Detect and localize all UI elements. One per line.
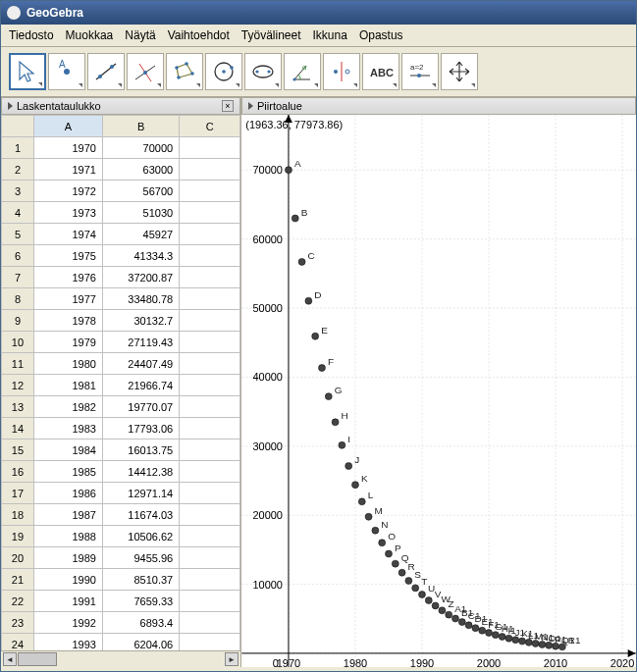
data-point[interactable]	[325, 393, 332, 400]
table-row[interactable]: 19 1988 10506.62	[2, 526, 240, 547]
data-point[interactable]	[405, 577, 412, 584]
table-row[interactable]: 15 1984 16013.75	[2, 439, 240, 461]
cell-B[interactable]: 30132.7	[102, 310, 179, 332]
cell-A[interactable]: 1985	[33, 461, 102, 483]
table-row[interactable]: 18 1987 11674.03	[2, 504, 240, 526]
cell-A[interactable]: 1975	[33, 245, 102, 267]
data-point[interactable]	[339, 441, 345, 448]
cell-A[interactable]: 1989	[33, 547, 102, 569]
row-header[interactable]: 23	[2, 612, 34, 634]
cell-B[interactable]: 7659.33	[102, 591, 179, 612]
cell-A[interactable]: 1971	[33, 159, 102, 181]
row-header[interactable]: 12	[2, 375, 34, 396]
cell-A[interactable]: 1979	[33, 332, 102, 353]
cell-B[interactable]: 9455.96	[102, 547, 179, 569]
table-row[interactable]: 9 1978 30132.7	[2, 310, 240, 332]
cell-A[interactable]: 1982	[33, 396, 102, 418]
data-point[interactable]	[512, 637, 519, 644]
data-point[interactable]	[446, 611, 452, 618]
table-row[interactable]: 10 1979 27119.43	[2, 332, 240, 353]
table-row[interactable]: 11 1980 24407.49	[2, 353, 240, 375]
data-point[interactable]	[305, 297, 312, 304]
table-row[interactable]: 13 1982 19770.07	[2, 396, 240, 418]
menu-window[interactable]: Ikkuna	[313, 28, 347, 42]
row-header[interactable]: 13	[2, 396, 34, 418]
tool-line[interactable]	[87, 53, 125, 90]
table-row[interactable]: 5 1974 45927	[2, 224, 240, 245]
cell-C[interactable]	[180, 310, 240, 332]
cell-B[interactable]: 70000	[102, 137, 179, 159]
table-row[interactable]: 2 1971 63000	[2, 159, 240, 181]
plot-area[interactable]: (1963.36, 77973.86)197019801990200020102…	[241, 115, 636, 667]
scroll-right-icon[interactable]: ►	[225, 652, 239, 666]
cell-C[interactable]	[180, 526, 240, 547]
data-point[interactable]	[479, 627, 486, 634]
data-point[interactable]	[499, 634, 505, 641]
data-point[interactable]	[452, 615, 459, 622]
data-point[interactable]	[458, 619, 465, 626]
table-row[interactable]: 1 1970 70000	[2, 137, 240, 159]
data-point[interactable]	[372, 527, 379, 534]
row-header[interactable]: 8	[2, 288, 34, 310]
data-point[interactable]	[505, 635, 512, 642]
cell-C[interactable]	[180, 461, 240, 483]
table-row[interactable]: 4 1973 51030	[2, 202, 240, 224]
cell-A[interactable]: 1993	[33, 634, 102, 651]
cell-A[interactable]: 1991	[33, 591, 102, 612]
data-point[interactable]	[412, 585, 419, 592]
cell-B[interactable]: 12971.14	[102, 483, 179, 504]
col-B[interactable]: B	[102, 116, 179, 137]
col-C[interactable]: C	[180, 116, 240, 137]
data-point[interactable]	[298, 258, 305, 265]
row-header[interactable]: 18	[2, 504, 34, 526]
cell-C[interactable]	[180, 181, 240, 202]
table-row[interactable]: 12 1981 21966.74	[2, 375, 240, 396]
data-point[interactable]	[345, 463, 352, 470]
row-header[interactable]: 4	[2, 202, 34, 224]
row-header[interactable]: 22	[2, 591, 34, 612]
cell-A[interactable]: 1981	[33, 375, 102, 396]
corner-cell[interactable]	[2, 116, 34, 137]
row-header[interactable]: 11	[2, 353, 34, 375]
row-header[interactable]: 14	[2, 418, 34, 439]
data-point[interactable]	[365, 513, 372, 520]
scroll-thumb[interactable]	[18, 652, 57, 666]
cell-C[interactable]	[180, 159, 240, 181]
data-point[interactable]	[532, 640, 539, 646]
cell-B[interactable]: 41334.3	[102, 245, 179, 267]
cell-A[interactable]: 1978	[33, 310, 102, 332]
row-header[interactable]: 6	[2, 245, 34, 267]
cell-A[interactable]: 1970	[33, 137, 102, 159]
spreadsheet-header[interactable]: Laskentataulukko ×	[1, 97, 240, 115]
row-header[interactable]: 3	[2, 181, 34, 202]
row-header[interactable]: 1	[2, 137, 34, 159]
cell-C[interactable]	[180, 375, 240, 396]
menu-options[interactable]: Vaihtoehdot	[168, 28, 230, 42]
cell-B[interactable]: 6204.06	[102, 634, 179, 651]
menu-view[interactable]: Näytä	[125, 28, 155, 42]
data-point[interactable]	[292, 215, 298, 222]
row-header[interactable]: 17	[2, 483, 34, 504]
data-point[interactable]	[472, 625, 479, 632]
table-row[interactable]: 20 1989 9455.96	[2, 547, 240, 569]
row-header[interactable]: 20	[2, 547, 34, 569]
tool-polygon[interactable]	[166, 53, 203, 90]
data-point[interactable]	[519, 638, 526, 645]
cell-B[interactable]: 11674.03	[102, 504, 179, 526]
cell-C[interactable]	[180, 483, 240, 504]
cell-A[interactable]: 1974	[33, 224, 102, 245]
cell-B[interactable]: 8510.37	[102, 569, 179, 591]
cell-C[interactable]	[180, 224, 240, 245]
data-point[interactable]	[332, 419, 339, 426]
cell-A[interactable]: 1980	[33, 353, 102, 375]
cell-B[interactable]: 51030	[102, 202, 179, 224]
data-point[interactable]	[358, 498, 365, 505]
menu-file[interactable]: Tiedosto	[9, 28, 54, 42]
cell-B[interactable]: 27119.43	[102, 332, 179, 353]
data-point[interactable]	[465, 622, 472, 629]
plot-svg[interactable]: (1963.36, 77973.86)197019801990200020102…	[241, 115, 636, 667]
cell-C[interactable]	[180, 202, 240, 224]
data-point[interactable]	[553, 643, 559, 649]
tool-move-view[interactable]	[441, 53, 478, 90]
cell-C[interactable]	[180, 418, 240, 439]
